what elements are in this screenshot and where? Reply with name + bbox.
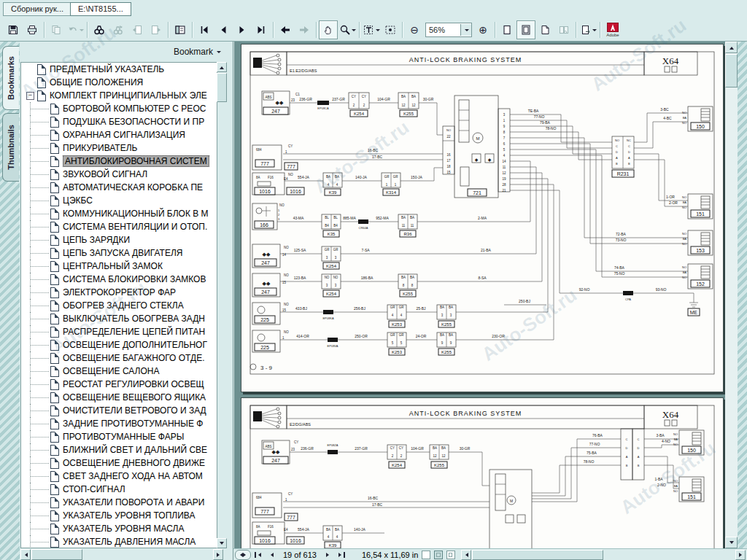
scrollbar-thumb[interactable]	[472, 550, 603, 560]
layout-single-mini-button[interactable]	[422, 551, 430, 559]
bookmark-tree-horizontal-scrollbar[interactable]	[20, 549, 223, 560]
layout-continuous-facing-button[interactable]	[535, 20, 554, 39]
scroll-right-button[interactable]	[213, 549, 223, 560]
scroll-down-button[interactable]	[217, 538, 227, 548]
layout-continuous-mini-button[interactable]	[434, 551, 443, 559]
find-next-button[interactable]	[147, 20, 166, 39]
last-page-nav-button[interactable]	[335, 552, 347, 558]
print-button[interactable]	[23, 20, 42, 39]
scroll-right-button[interactable]	[735, 550, 746, 560]
layout-facing-mini-button[interactable]	[446, 551, 455, 559]
bookmark-item[interactable]: ПРОТИВОТУМАННЫЕ ФАРЫ	[21, 430, 217, 443]
create-pdf-button[interactable]	[578, 20, 597, 39]
bookmark-item[interactable]: ОСВЕЩЕНИЕ САЛОНА	[21, 365, 217, 378]
zoom-level-combo[interactable]: 56%	[425, 23, 472, 37]
first-page-button[interactable]	[195, 20, 214, 39]
tab-thumbnails[interactable]: Thumbnails	[2, 113, 19, 182]
scrollbar-track[interactable]	[725, 42, 738, 548]
layout-continuous-button[interactable]	[516, 20, 535, 39]
bookmark-item[interactable]: ЦЕПЬ ЗАПУСКА ДВИГАТЕЛЯ	[21, 246, 217, 260]
pane-splitter-button[interactable]	[235, 550, 251, 560]
bookmark-item[interactable]: ЦЭКБС	[21, 194, 217, 207]
zoom-tool-button[interactable]	[338, 20, 357, 39]
bookmark-item[interactable]: КОММУНИКАЦИОННЫЙ БЛОК В М	[21, 207, 217, 220]
bookmark-item[interactable]: ЦЕПЬ ЗАРЯДКИ	[21, 233, 217, 246]
bookmark-item[interactable]: ПРЕДМЕТНЫЙ УКАЗАТЕЛЬ	[21, 63, 217, 76]
document-vertical-scrollbar[interactable]	[725, 42, 738, 548]
bookmark-item[interactable]: СТОП-СИГНАЛ	[21, 483, 217, 496]
bookmark-item[interactable]: АВТОМАТИЧЕСКАЯ КОРОБКА ПЕ	[21, 181, 217, 194]
text-select-tool-button[interactable]	[362, 20, 381, 39]
document-horizontal-scrollbar[interactable]	[461, 550, 746, 560]
last-page-button[interactable]	[252, 20, 271, 39]
bookmark-item[interactable]: ОСВЕЩЕНИЕ ДОПОЛНИТЕЛЬНОГ	[21, 338, 217, 351]
scrollbar-thumb[interactable]	[217, 73, 227, 102]
undo-button[interactable]	[66, 20, 85, 39]
window-tab-document[interactable]: E:\NT8155...	[70, 2, 131, 16]
undo-dropdown-arrow[interactable]	[80, 29, 84, 34]
first-page-nav-button[interactable]	[252, 552, 265, 558]
bookmark-item[interactable]: −КОМПЛЕКТ ПРИНЦИПИАЛЬНЫХ ЭЛЕ	[21, 89, 217, 102]
zoom-combo-dropdown[interactable]	[460, 24, 471, 36]
scroll-down-button[interactable]	[725, 537, 738, 548]
window-tab-collection[interactable]: Сборник рук...	[3, 2, 71, 16]
hand-tool-button[interactable]	[319, 20, 338, 39]
next-page-button[interactable]	[233, 20, 252, 39]
page-number-indicator[interactable]: 19 of 613	[279, 551, 321, 559]
bookmark-item[interactable]: ПОДУШКА БЕЗОПАСНОСТИ И ПР	[21, 115, 217, 128]
bookmark-item[interactable]: ОХРАННАЯ СИГНАЛИЗАЦИЯ	[21, 128, 217, 141]
bookmark-item[interactable]: СВЕТ ЗАДНЕГО ХОДА НА АВТОМ	[21, 470, 217, 483]
bookmark-item[interactable]: ОЧИСТИТЕЛИ ВЕТРОВОГО И ЗАД	[21, 404, 217, 417]
scroll-left-button[interactable]	[20, 549, 31, 560]
bookmark-item[interactable]: БЛИЖНИЙ СВЕТ И ДАЛЬНИЙ СВЕ	[21, 443, 217, 456]
scrollbar-track[interactable]	[217, 62, 227, 548]
zoom-in-button[interactable]: ⊕	[473, 20, 492, 39]
snapshot-tool-button[interactable]	[381, 20, 400, 39]
find-button[interactable]	[90, 20, 109, 39]
layout-single-page-button[interactable]	[498, 20, 516, 39]
next-view-button[interactable]	[295, 20, 314, 39]
bookmark-item[interactable]: СИСТЕМА БЛОКИРОВКИ ЗАМКОВ	[21, 273, 217, 286]
previous-view-button[interactable]	[276, 20, 295, 39]
text-select-dropdown-arrow[interactable]	[376, 29, 380, 34]
collapse-toggle[interactable]: −	[26, 92, 34, 100]
zoom-tool-dropdown-arrow[interactable]	[352, 29, 356, 34]
bookmark-item[interactable]: ПРИКУРИВАТЕЛЬ	[21, 141, 217, 155]
layout-facing-button[interactable]	[554, 20, 573, 39]
scrollbar-thumb[interactable]	[31, 549, 82, 560]
bookmark-item[interactable]: ОБЩИЕ ПОЛОЖЕНИЯ	[21, 76, 217, 89]
bookmark-item[interactable]: РАСПРЕДЕЛЕНИЕ ЦЕПЕЙ ПИТАН	[21, 325, 217, 338]
bookmark-item[interactable]: ОСВЕЩЕНИЕ ВЕЩЕВОГО ЯЩИКА	[21, 391, 217, 404]
copy-button[interactable]	[47, 20, 66, 39]
next-page-nav-button[interactable]	[322, 553, 333, 557]
previous-page-button[interactable]	[214, 20, 233, 39]
find-previous-button[interactable]	[128, 20, 147, 39]
bookmark-item[interactable]: АНТИБЛОКИРОВОЧНАЯ СИСТЕМ	[21, 155, 217, 168]
scrollbar-thumb[interactable]	[725, 54, 738, 88]
bookmark-item[interactable]: ОБОГРЕВ ЗАДНЕГО СТЕКЛА	[21, 299, 217, 312]
bookmark-item[interactable]: БОРТОВОЙ КОМПЬЮТЕР С РЕОС	[21, 102, 217, 115]
bookmark-item[interactable]: ОСВЕЩЕНИЕ ДНЕВНОГО ДВИЖЕ	[21, 456, 217, 470]
bookmark-item[interactable]: УКАЗАТЕЛЬ УРОВНЯ ТОПЛИВА	[21, 509, 217, 522]
scroll-left-button[interactable]	[461, 550, 471, 560]
scroll-up-button[interactable]	[217, 62, 227, 72]
create-pdf-dropdown-arrow[interactable]	[592, 29, 597, 34]
bookmark-item[interactable]: УКАЗАТЕЛЬ ДАВЛЕНИЯ МАСЛА	[21, 535, 217, 548]
bookmark-item[interactable]: СИСТЕМА ВЕНТИЛЯЦИИ И ОТОП.	[21, 220, 217, 233]
bookmark-tree-vertical-scrollbar[interactable]	[217, 62, 227, 548]
save-button[interactable]	[4, 20, 23, 39]
bookmark-menu-button[interactable]: Bookmark	[174, 47, 221, 57]
zoom-out-button[interactable]: ⊖	[405, 20, 424, 39]
tab-bookmarks[interactable]: Bookmarks	[2, 46, 19, 110]
bookmark-item[interactable]: ЭЛЕКТРОКОРРЕКТОР ФАР	[21, 286, 217, 299]
bookmark-item[interactable]: ЗВУКОВОЙ СИГНАЛ	[21, 168, 217, 181]
bookmark-item[interactable]: ВЫКЛЮЧАТЕЛЬ ОБОГРЕВА ЗАДН	[21, 312, 217, 325]
scroll-up-button[interactable]	[725, 42, 738, 53]
adobe-button[interactable]: Adobe	[603, 19, 623, 41]
bookmark-item[interactable]: УКАЗАТЕЛЬ УРОВНЯ МАСЛА	[21, 522, 217, 535]
bookmark-item[interactable]: ЦЕНТРАЛЬНЫЙ ЗАМОК	[21, 260, 217, 273]
bookmark-item[interactable]: ОСВЕЩЕНИЕ БАГАЖНОГО ОТДЕ.	[21, 351, 217, 365]
bookmark-item[interactable]: РЕОСТАТ РЕГУЛИРОВКИ ОСВЕЩ	[21, 378, 217, 391]
navigation-pane-button[interactable]	[171, 20, 190, 39]
previous-page-nav-button[interactable]	[266, 553, 277, 557]
